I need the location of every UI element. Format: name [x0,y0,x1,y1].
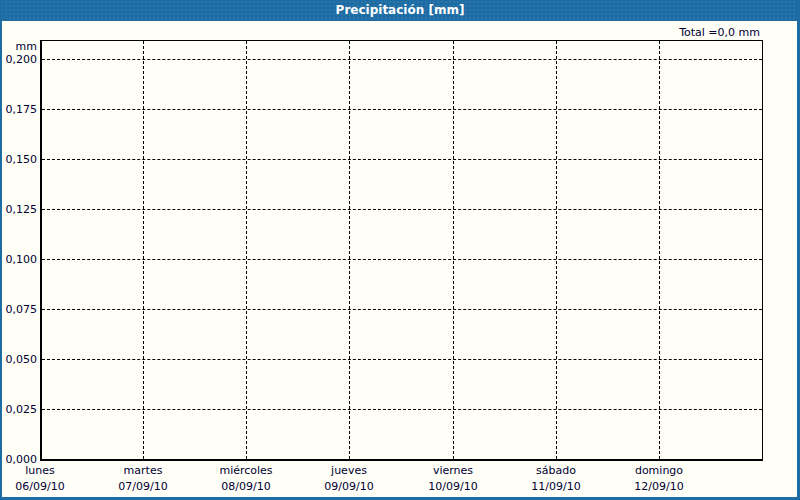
h-gridline [42,159,762,160]
x-tick-date: 09/09/10 [294,480,404,494]
v-gridline [349,41,350,459]
x-tick-day: miércoles [191,464,301,478]
chart-window: Precipitación [mm] Total =0,0 mm mm 0,20… [0,0,800,500]
h-gridline [42,59,762,60]
x-tick-date: 12/09/10 [604,480,714,494]
x-tick-label: martes07/09/10 [88,464,198,494]
h-gridline [42,359,762,360]
x-tick-label: lunes06/09/10 [0,464,95,494]
x-tick-label: jueves09/09/10 [294,464,404,494]
x-axis-labels: lunes06/09/10martes07/09/10miércoles08/0… [0,464,800,496]
x-tick-date: 10/09/10 [398,480,508,494]
h-gridline [42,409,762,410]
v-gridline [143,41,144,459]
y-tick-label: 0,100 [0,253,37,267]
x-tick-date: 07/09/10 [88,480,198,494]
h-gridline [42,259,762,260]
v-gridline [246,41,247,459]
v-gridline [453,41,454,459]
total-annotation: Total =0,0 mm [679,26,760,39]
x-tick-day: lunes [0,464,95,478]
h-gridline [42,209,762,210]
y-tick-label: 0,050 [0,353,37,367]
y-tick-label: 0,175 [0,103,37,117]
x-tick-date: 11/09/10 [501,480,611,494]
y-tick-label: 0,125 [0,203,37,217]
y-tick-label: 0,025 [0,403,37,417]
x-tick-label: viernes10/09/10 [398,464,508,494]
chart-title: Precipitación [mm] [336,3,465,17]
x-tick-day: jueves [294,464,404,478]
window-titlebar: Precipitación [mm] [0,0,800,21]
v-gridline [659,41,660,459]
x-tick-date: 08/09/10 [191,480,301,494]
y-tick-label: 0,200 [0,53,37,67]
x-tick-day: domingo [604,464,714,478]
x-tick-day: sábado [501,464,611,478]
x-tick-label: miércoles08/09/10 [191,464,301,494]
x-tick-day: viernes [398,464,508,478]
v-gridline [556,41,557,459]
x-tick-label: sábado11/09/10 [501,464,611,494]
x-tick-day: martes [88,464,198,478]
y-tick-label: 0,150 [0,153,37,167]
h-gridline [42,309,762,310]
plot-area [40,40,763,461]
x-tick-date: 06/09/10 [0,480,95,494]
x-tick-label: domingo12/09/10 [604,464,714,494]
y-tick-label: 0,075 [0,303,37,317]
h-gridline [42,109,762,110]
y-axis-labels: 0,2000,1750,1500,1250,1000,0750,0500,025… [0,40,37,461]
